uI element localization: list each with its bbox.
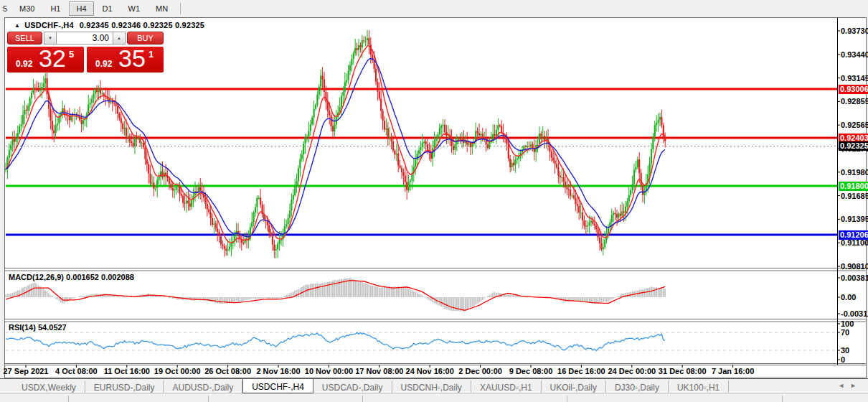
chart-tab-xauusd-h1[interactable]: XAUUSD-,H1 (471, 380, 542, 393)
statusbar-separator (782, 396, 783, 402)
price-axis-tick: 0.91685 (841, 192, 868, 200)
chart-tab-usdcnh-daily[interactable]: USDCNH-,Daily (392, 380, 471, 393)
sell-price-sup: 5 (69, 49, 74, 60)
rsi-axis-tick: 100 (841, 319, 854, 328)
date-axis-label: 7 Jan 16:00 (712, 367, 754, 375)
volume-input[interactable]: 3.00 (57, 32, 113, 45)
price-axis-tick: 0.93730 (841, 27, 868, 35)
chart-tab-uk100-h1[interactable]: UK100-,H1 (669, 380, 729, 393)
statusbar-separator (567, 396, 567, 402)
current-price-badge: 0.92325 (839, 141, 868, 151)
date-axis-label: 24 Dec 00:00 (608, 367, 656, 375)
timeframe-button-m15-partial[interactable]: 5 (1, 1, 11, 16)
date-axis-label: 2 Nov 16:00 (256, 367, 300, 375)
sell-price-frac: 0.92 (16, 59, 32, 69)
price-axis-tick: 0.93440 (841, 50, 868, 59)
mt4-application: 5 M30H1H4D1W1MN ▲USDCHF-,H40.92345 0.923… (0, 0, 868, 402)
toolbar-separator (180, 3, 181, 14)
chart-tab-audusd-daily[interactable]: AUDUSD-,Daily (164, 380, 242, 393)
status-bar (0, 393, 868, 402)
rsi-axis-tick: 70 (841, 328, 849, 337)
date-axis-label: 27 Sep 2021 (4, 367, 49, 375)
tab-scroll-left-icon[interactable]: ◄ (838, 382, 850, 389)
buy-price-display[interactable]: 0.92 35 1 (87, 47, 164, 73)
buy-price-sup: 1 (148, 49, 154, 60)
timeframe-toolbar: 5 M30H1H4D1W1MN (0, 0, 868, 17)
buy-price-frac: 0.92 (95, 59, 112, 69)
price-axis-tick: 0.92855 (841, 97, 868, 106)
timeframe-button-d1[interactable]: D1 (95, 1, 120, 16)
price-axis-tick: 0.91395 (841, 215, 868, 223)
buy-price-big: 35 (118, 45, 146, 73)
collapse-panel-icon[interactable]: ▲ (14, 22, 20, 29)
date-axis-label: 2 Dec 00:00 (458, 367, 502, 375)
chart-tab-eurusd-daily[interactable]: EURUSD-,Daily (85, 380, 164, 393)
statusbar-separator (68, 396, 69, 402)
date-axis-label: 26 Oct 08:00 (204, 367, 251, 375)
statusbar-separator (208, 396, 209, 402)
chart-ohlc-quotes: 0.92345 0.92346 0.92325 0.92325 (80, 21, 204, 29)
date-axis-label: 17 Nov 08:00 (355, 367, 403, 375)
price-axis-tick: 0.90810 (841, 262, 868, 271)
timeframe-button-h4[interactable]: H4 (69, 1, 93, 16)
macd-axis-tick: 0.00 (841, 293, 856, 302)
rsi-axis-tick: 30 (841, 346, 849, 355)
chart-title: ▲USDCHF-,H40.92345 0.92346 0.92325 0.923… (14, 21, 204, 29)
date-axis-label: 11 Oct 16:00 (104, 367, 150, 375)
chart-tab-usdchf-h4[interactable]: USDCHF-,H4 (242, 378, 313, 393)
sell-button[interactable]: SELL (7, 32, 42, 45)
date-axis-label: 9 Dec 08:00 (509, 367, 553, 375)
timeframe-button-m30[interactable]: M30 (12, 1, 42, 16)
chart-tab-strip: USDX,WeeklyEURUSD-,DailyAUDUSD-,DailyUSD… (0, 378, 868, 393)
date-axis-label: 10 Nov 00:00 (305, 367, 353, 375)
chart-tab-ukoil-daily[interactable]: UKOil-,Daily (542, 380, 606, 393)
buy-button[interactable]: BUY (127, 32, 164, 45)
timeframe-button-h1[interactable]: H1 (43, 1, 67, 16)
date-axis-label: 19 Oct 00:00 (154, 367, 201, 375)
chart-symbol-label: USDCHF-,H4 (24, 21, 74, 29)
price-level-badge: 0.91800 (839, 182, 868, 191)
price-level-badge: 0.91206 (839, 230, 868, 240)
chart-tab-dj30-daily[interactable]: DJ30-,Daily (606, 380, 669, 393)
timeframe-button-mn[interactable]: MN (148, 1, 175, 16)
date-axis-label: 4 Oct 08:00 (55, 367, 98, 375)
one-click-trading-panel: SELL ▼ 3.00 ▲ BUY 0.92 32 5 0.92 35 1 (7, 32, 164, 73)
rsi-indicator-label: RSI(14) 54.0527 (9, 323, 67, 332)
tab-scroll-right-icon[interactable]: ► (850, 382, 862, 389)
price-axis-tick: 0.92565 (841, 121, 868, 129)
volume-increase-button[interactable]: ▲ (113, 32, 126, 45)
price-axis-tick: 0.93145 (841, 74, 868, 83)
date-axis-label: 31 Dec 08:00 (659, 367, 707, 375)
price-axis-tick: 0.91980 (841, 168, 868, 177)
rsi-axis-tick: 0 (841, 355, 845, 364)
macd-axis-tick: 0.003811 (841, 274, 868, 282)
sell-price-big: 32 (39, 45, 66, 73)
date-axis-label: 16 Dec 16:00 (557, 367, 605, 375)
macd-axis-tick: -0.003115 (841, 309, 868, 318)
chart-tab-usdx-weekly[interactable]: USDX,Weekly (13, 380, 85, 393)
macd-indicator-label: MACD(12,26,9) 0.001652 0.002088 (9, 273, 134, 281)
volume-decrease-button[interactable]: ▼ (44, 32, 57, 45)
chart-tab-usdcad-daily[interactable]: USDCAD-,Daily (313, 380, 392, 393)
sell-price-display[interactable]: 0.92 32 5 (7, 47, 84, 73)
timeframe-button-w1[interactable]: W1 (121, 1, 148, 16)
tab-scroll-arrows[interactable]: ◄► (838, 382, 862, 389)
date-axis-label: 24 Nov 16:00 (406, 367, 454, 375)
price-level-badge: 0.93006 (839, 85, 868, 94)
statusbar-separator (362, 396, 363, 402)
